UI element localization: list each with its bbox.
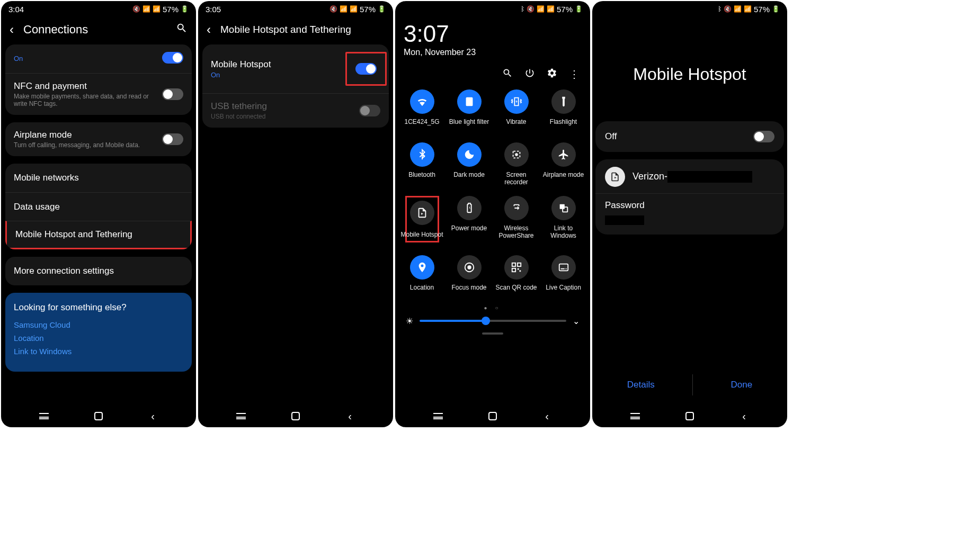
airplane-row[interactable]: Airplane mode Turn off calling, messagin… [5, 122, 192, 156]
flashlight-icon[interactable] [551, 89, 576, 114]
qs-tile-label: Screen recorder [494, 171, 539, 186]
qs-tile-focus[interactable]: Focus mode [447, 255, 492, 299]
darkmode-icon[interactable] [457, 142, 482, 167]
back-button[interactable]: ‹ [207, 22, 211, 37]
status-bar: 3:04 🔇 📶 📶 57% 🔋 [1, 1, 196, 17]
data-usage-row[interactable]: Data usage [5, 192, 192, 221]
hotspot-master-toggle[interactable] [753, 131, 774, 142]
wifi-toggle[interactable] [162, 52, 183, 64]
qs-tile-powershare[interactable]: Wireless PowerShare [494, 196, 539, 246]
more-settings-row[interactable]: More connection settings [5, 257, 192, 285]
mobile-networks-row[interactable]: Mobile networks [5, 164, 192, 192]
link-to-windows-link[interactable]: Link to Windows [14, 347, 183, 356]
qs-tile-label: Mobile Hotspot [400, 231, 443, 246]
scanqr-icon[interactable] [504, 255, 529, 280]
brightness-thumb[interactable] [482, 317, 490, 325]
qs-tile-scanqr[interactable]: Scan QR code [494, 255, 539, 299]
location-link[interactable]: Location [14, 334, 183, 343]
qs-tile-screenrecorder[interactable]: Screen recorder [494, 142, 539, 186]
nfc-toggle[interactable] [162, 88, 183, 100]
nav-recent[interactable] [38, 410, 50, 422]
hotspot-off-card: Off [595, 121, 784, 152]
more-card: More connection settings [5, 257, 192, 285]
qs-grid: 1CE424_5GBBlue light filterVibrateFlashl… [395, 84, 590, 301]
hotspot-icon[interactable] [410, 201, 434, 225]
back-button[interactable]: ‹ [10, 22, 14, 37]
nfc-row[interactable]: NFC and payment Make mobile payments, sh… [5, 73, 192, 115]
qs-tile-bluelight[interactable]: BBlue light filter [447, 89, 492, 133]
qs-tile-vibrate[interactable]: Vibrate [494, 89, 539, 133]
nav-recent[interactable] [432, 410, 444, 422]
airplane-title: Airplane mode [14, 130, 156, 140]
qs-settings-icon[interactable] [547, 68, 557, 81]
nav-recent[interactable] [629, 410, 641, 422]
qs-power-icon[interactable] [524, 68, 535, 81]
power-icon[interactable] [457, 196, 482, 220]
hotspot-info-card: Verizon- Password [595, 159, 784, 235]
password-row[interactable]: Password [595, 194, 784, 235]
qs-tile-flashlight[interactable]: Flashlight [541, 89, 586, 133]
nav-back[interactable]: ‹ [147, 410, 159, 422]
qs-tile-airplane[interactable]: Airplane mode [541, 142, 586, 186]
nav-back[interactable]: ‹ [344, 410, 356, 422]
linkwindows-icon[interactable] [551, 196, 576, 220]
ssid-row[interactable]: Verizon- [595, 159, 784, 194]
airplane-toggle[interactable] [162, 133, 183, 145]
done-button[interactable]: Done [710, 374, 774, 395]
mobile-networks-label: Mobile networks [14, 173, 79, 183]
bluelight-icon[interactable]: B [457, 89, 482, 114]
battery-text: 57% [163, 5, 179, 14]
focus-icon[interactable] [457, 255, 482, 280]
qs-tile-location[interactable]: Location [399, 255, 444, 299]
battery-icon: 🔋 [378, 5, 386, 13]
samsung-cloud-link[interactable]: Samsung Cloud [14, 320, 183, 329]
wifi-row[interactable]: On [5, 44, 192, 73]
wifi-icon[interactable] [410, 89, 434, 114]
qs-tile-darkmode[interactable]: Dark mode [447, 142, 492, 186]
details-button[interactable]: Details [606, 374, 676, 395]
nav-home[interactable] [93, 410, 104, 422]
nav-home[interactable] [487, 410, 498, 422]
vibrate-icon[interactable] [504, 89, 529, 114]
page-title: Mobile Hotspot [592, 65, 787, 84]
nav-back[interactable]: ‹ [738, 410, 750, 422]
qs-tile-hotspot[interactable]: Mobile Hotspot [399, 196, 444, 246]
caption-icon[interactable] [551, 255, 576, 280]
screenshot-hotspot-detail: ᛒ 🔇 📶 📶 57% 🔋 Mobile Hotspot Off Verizon… [592, 1, 787, 427]
qs-more-icon[interactable]: ⋮ [569, 68, 580, 81]
qs-tile-power[interactable]: Power mode [447, 196, 492, 246]
mobile-hotspot-toggle[interactable] [355, 63, 377, 75]
nav-home[interactable] [290, 410, 301, 422]
bluetooth-icon[interactable] [410, 142, 434, 167]
looking-head: Looking for something else? [14, 302, 183, 313]
airplane-icon[interactable] [551, 142, 576, 167]
qs-page-dots[interactable]: ● ○ [395, 305, 590, 311]
nav-back[interactable]: ‹ [541, 410, 553, 422]
hotspot-tethering-row[interactable]: Mobile Hotspot and Tethering [5, 221, 192, 249]
powershare-icon[interactable] [504, 196, 529, 220]
svg-rect-10 [512, 268, 515, 272]
qs-tile-wifi[interactable]: 1CE424_5G [399, 89, 444, 133]
mobile-hotspot-row[interactable]: Mobile Hotspot On [202, 44, 389, 93]
qs-search-icon[interactable] [502, 68, 513, 81]
qs-tile-bluetooth[interactable]: Bluetooth [399, 142, 444, 186]
wifi-icon: 📶 [340, 5, 348, 13]
search-icon[interactable] [176, 22, 188, 37]
nav-home[interactable] [684, 410, 696, 422]
qs-tile-label: Dark mode [453, 171, 485, 186]
svg-point-3 [515, 153, 518, 156]
page-title: Connections [23, 23, 166, 37]
nav-bar: ‹ [1, 405, 196, 427]
nav-bar: ‹ [198, 405, 393, 427]
hotspot-off-row[interactable]: Off [595, 121, 784, 152]
qs-tile-caption[interactable]: Live Caption [541, 255, 586, 299]
panel-drag-handle[interactable] [482, 332, 503, 335]
brightness-expand-icon[interactable]: ⌄ [573, 316, 580, 326]
password-redacted [605, 215, 644, 225]
hotspot-icon [605, 167, 625, 187]
brightness-slider[interactable] [420, 320, 566, 322]
nav-recent[interactable] [235, 410, 247, 422]
qs-tile-linkwindows[interactable]: Link to Windows [541, 196, 586, 246]
screenrecorder-icon[interactable] [504, 142, 529, 167]
location-icon[interactable] [410, 255, 434, 280]
